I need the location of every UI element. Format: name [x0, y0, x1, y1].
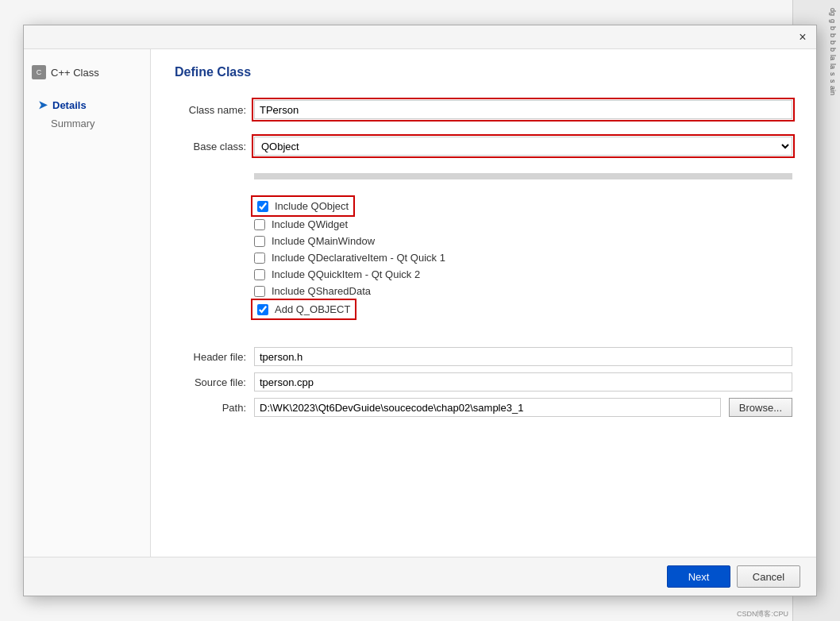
- class-name-label: Class name:: [175, 104, 246, 116]
- source-file-label: Source file:: [175, 376, 246, 388]
- cpp-class-icon: C: [32, 65, 46, 79]
- checkbox-row-qobject: Include QObject: [254, 199, 352, 214]
- header-file-label: Header file:: [175, 351, 246, 363]
- checkbox-include-qmainwindow[interactable]: [254, 236, 265, 247]
- dialog-titlebar: ×: [24, 25, 816, 49]
- checkbox-row-qquickitem: Include QQuickItem - Qt Quick 2: [254, 268, 792, 280]
- path-label: Path:: [175, 402, 246, 414]
- checkbox-row-qshareddata: Include QSharedData: [254, 285, 792, 297]
- checkbox-label-qobject: Include QObject: [275, 200, 349, 212]
- cancel-button[interactable]: Cancel: [737, 565, 800, 588]
- header-file-input[interactable]: [254, 347, 792, 366]
- path-row: Path: Browse...: [175, 398, 792, 417]
- class-name-input[interactable]: [254, 100, 792, 119]
- nav-type-label: C++ Class: [51, 67, 99, 79]
- nav-label-summary: Summary: [51, 118, 95, 129]
- dialog-body: C C++ Class ➤ Details Summary Define Cla…: [24, 49, 816, 557]
- checkbox-include-qshareddata[interactable]: [254, 286, 265, 297]
- checkbox-label-qshareddata: Include QSharedData: [272, 285, 371, 297]
- checkbox-label-qdeclarativeitem: Include QDeclarativeItem - Qt Quick 1: [272, 252, 445, 264]
- watermark: CSDN博客:CPU: [737, 609, 788, 619]
- header-file-row: Header file:: [175, 347, 792, 366]
- base-class-row: Base class: QObject: [175, 137, 792, 156]
- section-title: Define Class: [175, 65, 792, 79]
- checkbox-row-qmainwindow: Include QMainWindow: [254, 235, 792, 247]
- file-section: Header file: Source file: Path: Browse..…: [175, 347, 792, 417]
- source-file-row: Source file:: [175, 372, 792, 392]
- checkbox-label-qquickitem: Include QQuickItem - Qt Quick 2: [272, 268, 420, 280]
- checkbox-include-qwidget[interactable]: [254, 219, 265, 230]
- checkbox-include-qquickitem[interactable]: [254, 269, 265, 280]
- main-content: Define Class Class name: Base class: QOb…: [151, 49, 816, 557]
- nav-type: C C++ Class: [32, 65, 142, 79]
- checkbox-row-qwidget: Include QWidget: [254, 218, 792, 230]
- nav-panel: C C++ Class ➤ Details Summary: [24, 49, 151, 557]
- checkbox-include-qobject[interactable]: [257, 201, 268, 212]
- class-name-row: Class name:: [175, 100, 792, 119]
- nav-label-details: Details: [52, 99, 87, 111]
- nav-item-summary[interactable]: Summary: [32, 114, 142, 133]
- checkbox-row-qobject-macro: Add Q_OBJECT: [254, 302, 353, 317]
- checkbox-section: Include QObject Include QWidget Include …: [254, 199, 792, 317]
- next-button[interactable]: Next: [667, 565, 730, 588]
- browse-button[interactable]: Browse...: [729, 398, 792, 417]
- cpp-class-dialog: × C C++ Class ➤ Details Summary Define C…: [23, 25, 817, 596]
- path-input[interactable]: [254, 398, 721, 417]
- close-button[interactable]: ×: [794, 29, 811, 46]
- checkbox-add-qobject[interactable]: [257, 304, 268, 315]
- checkbox-row-qdeclarativeitem: Include QDeclarativeItem - Qt Quick 1: [254, 252, 792, 264]
- dialog-footer: Next Cancel: [24, 557, 816, 596]
- checkbox-label-qmainwindow: Include QMainWindow: [272, 235, 375, 247]
- gray-separator: [254, 173, 792, 179]
- nav-item-details[interactable]: ➤ Details: [32, 95, 142, 114]
- base-class-label: Base class:: [175, 141, 246, 152]
- checkbox-label-qwidget: Include QWidget: [272, 218, 348, 230]
- base-class-select[interactable]: QObject: [254, 137, 792, 156]
- checkbox-include-qdeclarativeitem[interactable]: [254, 253, 265, 264]
- nav-arrow-details: ➤: [38, 98, 48, 111]
- checkbox-label-add-qobject: Add Q_OBJECT: [275, 303, 350, 315]
- source-file-input[interactable]: [254, 372, 792, 392]
